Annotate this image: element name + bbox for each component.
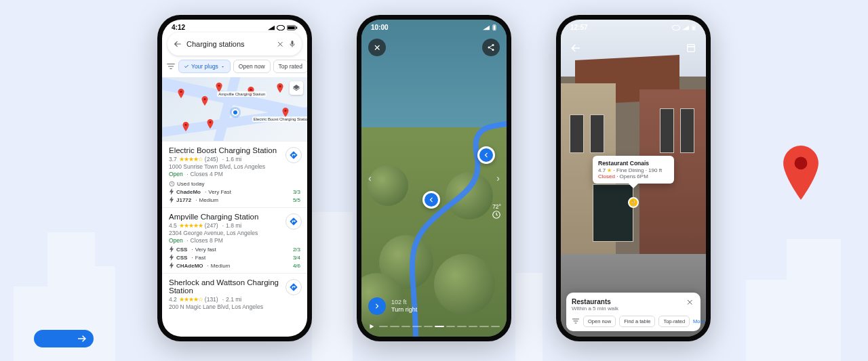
prev-step-button[interactable]: ‹ [368, 173, 372, 184]
weather-widget[interactable]: 72° [492, 203, 501, 219]
result-title: Sherlock and Wattson Charging Station [169, 278, 300, 295]
place-tooltip[interactable]: Restaurant Conais 4.7 ★ · Fine Dining · … [593, 156, 674, 184]
status-icons [672, 24, 696, 31]
chip-your-plugs[interactable]: Your plugs [178, 60, 231, 73]
layers-button[interactable] [290, 81, 303, 95]
filter-icon[interactable] [166, 62, 176, 71]
bottom-sheet: Restaurants Within a 5 min walk Open now… [566, 293, 701, 331]
sheet-title: Restaurants [572, 298, 695, 305]
svg-point-16 [488, 47, 490, 49]
directions-button[interactable] [285, 279, 302, 295]
map-pin-icon[interactable] [176, 89, 186, 98]
time-icon [492, 210, 501, 219]
svg-rect-20 [693, 26, 695, 29]
svg-point-10 [184, 124, 186, 126]
map-pin-icon[interactable] [281, 108, 290, 117]
svg-point-17 [492, 49, 494, 51]
directions-button[interactable] [285, 213, 302, 230]
bolt-icon [169, 254, 174, 261]
map-label: Electric Boost Charging Station [252, 116, 307, 122]
map-pin-icon[interactable] [275, 83, 285, 93]
result-item[interactable]: Electric Boost Charging Station 3.7 ★★★★… [162, 141, 307, 207]
bolt-icon [169, 196, 174, 203]
back-icon[interactable] [173, 39, 182, 49]
svg-point-9 [285, 110, 287, 112]
nav-turn-marker [477, 146, 495, 164]
chip-top-rated[interactable]: Top-rated [658, 316, 690, 327]
stars-icon: ★★★★☆ [179, 296, 203, 303]
svg-point-4 [180, 91, 182, 93]
svg-point-8 [279, 85, 281, 87]
status-icons [268, 25, 298, 30]
play-button[interactable] [368, 323, 375, 330]
chip-find-table[interactable]: Find a table [619, 316, 655, 327]
direction-card: 102 ft Turn right [368, 297, 500, 315]
share-button[interactable] [482, 39, 500, 56]
svg-point-11 [210, 121, 212, 123]
svg-rect-2 [288, 26, 294, 29]
filter-icon[interactable] [572, 317, 580, 326]
svg-point-6 [218, 85, 220, 87]
directions-button[interactable] [285, 147, 302, 163]
map-pin-icon[interactable] [200, 96, 210, 106]
search-input[interactable]: Charging stations [186, 40, 272, 48]
stars-icon: ★★★★★ [179, 222, 203, 229]
map-label: Ampville Charging Station [217, 91, 267, 97]
bolt-icon [169, 262, 174, 269]
search-bar[interactable]: Charging stations [167, 33, 302, 56]
phone-charging-search: 4:12 Charging stations Your plugs [157, 15, 312, 341]
aerial-view[interactable] [361, 20, 507, 337]
svg-point-15 [492, 44, 494, 46]
nav-turn-marker [422, 191, 440, 209]
status-bar: 4:12 [162, 20, 307, 33]
result-item[interactable]: Sherlock and Wattson Charging Station 4.… [162, 273, 307, 315]
bolt-icon [169, 246, 174, 253]
svg-rect-21 [688, 45, 695, 52]
progress-dots[interactable] [379, 326, 500, 327]
svg-rect-14 [494, 25, 496, 29]
clock-icon [169, 181, 175, 187]
svg-point-7 [250, 89, 252, 91]
status-bar: 10:00 [361, 20, 507, 33]
back-button[interactable] [568, 40, 584, 56]
phone-immersive-nav: 10:00 72° ‹ › [357, 15, 511, 341]
turn-right-icon [368, 297, 386, 315]
clock: 10:00 [371, 24, 389, 31]
chip-open-now[interactable]: Open now [233, 60, 271, 73]
result-title: Electric Boost Charging Station [169, 146, 300, 154]
close-button[interactable] [368, 39, 386, 56]
my-location-dot [232, 109, 239, 116]
map-pin-icon[interactable] [181, 122, 191, 131]
more-filters-link[interactable]: More [693, 318, 705, 324]
map-toggle-button[interactable] [683, 40, 699, 56]
sheet-subtitle: Within a 5 min walk [572, 305, 695, 312]
place-pin-icon[interactable]: 🍴 [628, 197, 639, 208]
clock: 12:57 [570, 24, 588, 31]
map-pin-icon[interactable] [214, 83, 224, 92]
clear-icon[interactable] [276, 40, 284, 48]
stars-icon: ★★★★☆ [179, 156, 203, 163]
close-icon[interactable] [686, 298, 695, 307]
next-step-button[interactable]: › [496, 173, 500, 184]
status-bar: 12:57 [561, 20, 706, 33]
mic-icon[interactable] [288, 40, 296, 48]
map-view[interactable]: Ampville Charging Station Electric Boost… [162, 77, 307, 141]
map-pin-icon[interactable] [205, 119, 215, 129]
status-icons [483, 24, 497, 31]
result-title: Ampville Charging Station [169, 213, 300, 221]
chip-open-now[interactable]: Open now [583, 316, 616, 327]
clock: 4:12 [172, 24, 185, 31]
chip-top-rated[interactable]: Top rated [273, 60, 307, 73]
result-item[interactable]: Ampville Charging Station 4.5 ★★★★★ (247… [162, 207, 307, 273]
svg-rect-3 [296, 26, 298, 28]
svg-point-5 [203, 98, 205, 100]
phone-ar-street: 12:57 Restaurant Conais 4.7 ★ · Fine Din… [556, 15, 711, 341]
bolt-icon [169, 188, 174, 195]
